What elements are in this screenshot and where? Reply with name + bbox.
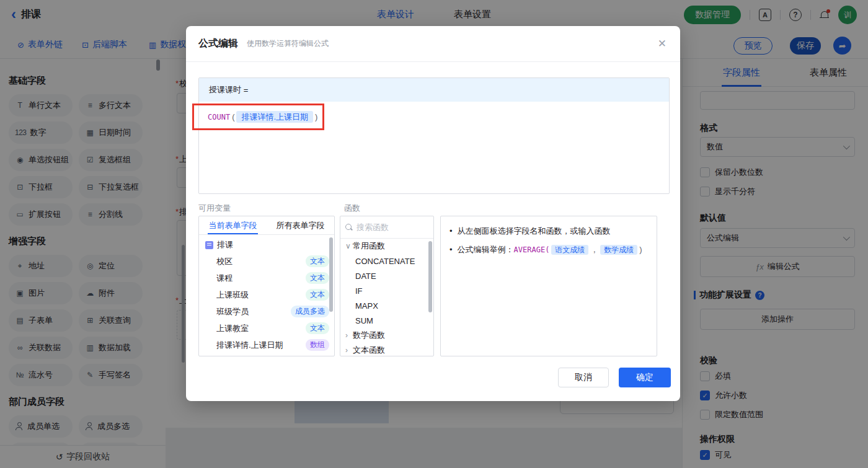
function-row[interactable]: SUM	[340, 313, 433, 328]
help-panel: • 从左侧面板选择字段名和函数，或输入函数 • 公式编辑举例：AVERAGE(语…	[440, 216, 657, 356]
help-line-1: • 从左侧面板选择字段名和函数，或输入函数	[450, 225, 648, 237]
type-badge: 文本	[306, 272, 329, 284]
tab-current-form-fields[interactable]: 当前表单字段	[199, 216, 267, 234]
function-row[interactable]: › 文本函数	[340, 343, 433, 356]
cancel-button[interactable]: 取消	[558, 368, 609, 387]
type-badge: 文本	[306, 322, 329, 334]
help-line-2: • 公式编辑举例：AVERAGE(语文成绩，数学成绩)	[450, 244, 648, 256]
variables-label: 可用变量	[198, 203, 231, 214]
variable-row[interactable]: 上课教室 文本	[199, 320, 334, 337]
functions-scrollbar[interactable]	[428, 241, 432, 312]
variables-tree-root[interactable]: 排课	[199, 235, 334, 253]
tree-chevron-icon: ›	[345, 346, 353, 355]
type-badge: 文本	[306, 289, 329, 301]
close-icon[interactable]: ✕	[658, 37, 666, 50]
functions-panel: ∨ 常用函数 CONCATENATE DATE IF	[340, 216, 434, 356]
function-row[interactable]: CONCATENATE	[340, 254, 433, 268]
variable-row[interactable]: 课程 文本	[199, 270, 334, 286]
modal-title: 公式编辑	[198, 37, 238, 50]
modal-subtitle: 使用数学运算符编辑公式	[247, 38, 329, 49]
function-search-input[interactable]	[356, 223, 428, 232]
variable-row[interactable]: 排课详情.上课日期 数组	[199, 337, 334, 353]
app-window: ‹ 排课 表单设计 表单设置 数据管理 A 训 ⊘ 表单外链 ⊡ 后端脚本 ▥ …	[0, 0, 868, 468]
confirm-button[interactable]: 确定	[619, 368, 671, 387]
tree-chevron-icon: ∨	[345, 242, 353, 250]
functions-label: 函数	[344, 203, 360, 214]
example-function-name: AVERAGE(	[514, 245, 550, 254]
function-search[interactable]	[340, 216, 433, 239]
function-row[interactable]: › 数学函数	[340, 328, 433, 343]
tab-all-form-fields[interactable]: 所有表单字段	[267, 216, 334, 234]
formula-editor[interactable]: 授课课时 = COUNT(排课详情.上课日期)	[198, 77, 670, 194]
formula-target: 授课课时 =	[199, 78, 669, 102]
formula-edit-modal: 公式编辑 使用数学运算符编辑公式 ✕ 授课课时 = COUNT(排课详情.上课日…	[186, 26, 680, 401]
variables-scrollbar[interactable]	[329, 237, 333, 312]
function-row[interactable]: MAPX	[340, 298, 433, 313]
form-doc-icon	[205, 241, 213, 249]
tree-chevron-icon: ›	[345, 331, 353, 340]
formula-expression[interactable]: COUNT(排课详情.上课日期)	[199, 102, 669, 133]
function-row[interactable]: DATE	[340, 268, 433, 283]
type-badge: 文本	[306, 255, 329, 267]
variables-tabs: 当前表单字段 所有表单字段	[199, 216, 334, 235]
modal-header: 公式编辑 使用数学运算符编辑公式 ✕	[186, 26, 680, 62]
example-field-token: 数学成绩	[600, 245, 637, 255]
function-row[interactable]: ∨ 常用函数	[340, 239, 433, 254]
example-field-token: 语文成绩	[551, 245, 588, 255]
variable-row[interactable]: 班级学员 成员多选	[199, 303, 334, 320]
function-row[interactable]: IF	[340, 283, 433, 298]
type-badge: 成员多选	[291, 306, 329, 317]
search-icon	[345, 224, 353, 231]
variable-row[interactable]: 校区 文本	[199, 253, 334, 270]
variable-row[interactable]: 上课班级 文本	[199, 286, 334, 303]
function-name: COUNT	[208, 113, 230, 121]
type-badge: 数组	[306, 339, 329, 351]
field-token[interactable]: 排课详情.上课日期	[236, 111, 313, 123]
variables-panel: 当前表单字段 所有表单字段 排课 校区 文本 课程 文本 上课班级	[198, 216, 335, 356]
